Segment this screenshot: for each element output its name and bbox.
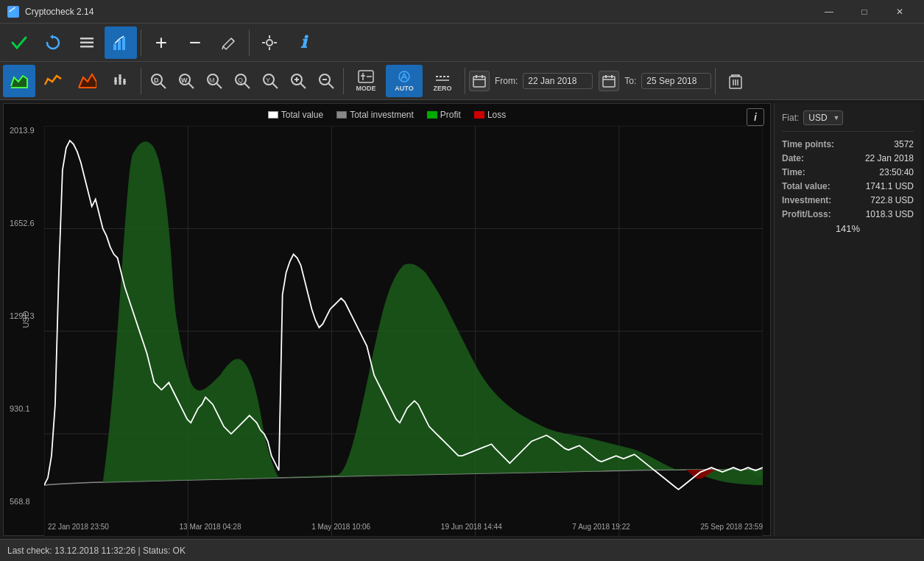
chart-area: Total value Total investment Profit Loss… [3, 103, 771, 536]
stat-time-points-value: 3572 [894, 139, 914, 149]
delete-btn[interactable] [719, 65, 752, 97]
window-controls: — □ ✕ [812, 0, 917, 24]
mode-btn[interactable]: MODE [348, 65, 384, 97]
stat-investment-value: 722.8 USD [870, 195, 914, 205]
loss-legend: Loss [474, 110, 506, 120]
line-chart-btn[interactable] [37, 65, 69, 97]
zoom-w-btn[interactable]: W [173, 65, 200, 97]
sep2 [249, 29, 250, 56]
sep1 [141, 29, 141, 56]
zoom-d-btn[interactable]: D [145, 65, 172, 97]
total-investment-legend: Total investment [336, 110, 414, 120]
sep5 [465, 68, 465, 94]
stat-investment-label: Investment: [782, 195, 831, 205]
stat-time-label: Time: [782, 167, 805, 177]
fiat-row: Fiat: USD EUR BTC ETH [782, 110, 914, 125]
zoom-m-btn[interactable]: M [201, 65, 228, 97]
stat-investment: Investment: 722.8 USD [782, 195, 914, 205]
tools-btn[interactable] [253, 27, 286, 59]
sep6 [715, 68, 716, 94]
total-investment-swatch [336, 111, 347, 119]
from-date-ctrl: From: [469, 71, 593, 91]
bar-chart-btn[interactable] [105, 65, 137, 97]
svg-point-12 [267, 40, 272, 46]
to-label: To: [624, 76, 636, 86]
from-label: From: [495, 76, 518, 86]
zoom-q-btn[interactable]: Q [229, 65, 255, 97]
svg-line-44 [328, 83, 334, 88]
zoom-out-btn[interactable] [313, 65, 339, 97]
svg-line-34 [244, 83, 250, 88]
svg-rect-4 [80, 38, 94, 40]
loss-swatch [474, 111, 484, 119]
list-btn[interactable] [71, 27, 103, 59]
area-chart-btn[interactable] [3, 65, 35, 97]
toolbar2: D W M Q Y MODE AUTO ZERO From: [0, 62, 924, 100]
svg-rect-0 [8, 13, 10, 17]
svg-text:Q: Q [238, 77, 243, 84]
svg-rect-1 [11, 10, 13, 17]
title-bar: Cryptocheck 2.14 — □ ✕ [0, 0, 924, 24]
stat-time-points-label: Time points: [782, 139, 834, 149]
x-label-1: 13 Mar 2018 04:28 [180, 523, 241, 531]
svg-text:Y: Y [266, 77, 270, 84]
remove-btn[interactable]: − [179, 27, 211, 59]
status-text: Last check: 13.12.2018 11:32:26 | Status… [7, 546, 186, 556]
total-value-label: Total value [281, 110, 323, 120]
svg-text:W: W [181, 77, 188, 84]
x-label-4: 7 Aug 2018 19:22 [572, 523, 629, 531]
y-label-5: 568.8 [10, 497, 35, 506]
svg-rect-54 [473, 77, 485, 87]
stat-profit-loss-label: Profit/Loss: [782, 209, 831, 219]
stat-total-value: Total value: 1741.1 USD [782, 181, 914, 191]
add-btn[interactable]: + [145, 27, 177, 59]
zoom-in-btn[interactable] [285, 65, 311, 97]
close-btn[interactable]: ✕ [883, 0, 917, 24]
to-date-input[interactable] [641, 73, 711, 89]
auto-btn[interactable]: AUTO [386, 65, 423, 97]
total-value-legend: Total value [268, 110, 323, 120]
svg-line-25 [161, 83, 166, 88]
y-label-4: 930.1 [10, 404, 35, 413]
svg-rect-6 [80, 46, 94, 48]
profit-swatch [427, 111, 437, 119]
svg-rect-8 [118, 40, 121, 50]
mountain-chart-btn[interactable] [71, 65, 103, 97]
svg-rect-7 [113, 44, 116, 50]
chart-svg [44, 126, 763, 537]
svg-text:M: M [209, 77, 215, 84]
x-label-0: 22 Jan 2018 23:50 [48, 523, 109, 531]
stat-date: Date: 22 Jan 2018 [782, 153, 914, 163]
total-investment-label: Total investment [350, 110, 414, 120]
to-date-ctrl: To: [599, 71, 711, 91]
svg-rect-5 [80, 41, 94, 43]
check-btn[interactable] [3, 27, 35, 59]
calendar-from-btn[interactable] [469, 71, 490, 91]
x-label-2: 1 May 2018 10:06 [311, 523, 370, 531]
y-axis-unit: USD [21, 311, 30, 328]
chart-btn[interactable] [105, 27, 137, 59]
main-content: Total value Total investment Profit Loss… [0, 100, 924, 539]
refresh-btn[interactable] [37, 27, 69, 59]
svg-rect-2 [14, 8, 16, 17]
fiat-label: Fiat: [782, 113, 799, 123]
info-top-btn[interactable]: ℹ [287, 27, 320, 59]
svg-line-11 [222, 46, 223, 49]
maximize-btn[interactable]: □ [847, 0, 881, 24]
app-icon [7, 6, 19, 18]
zoom-y-btn[interactable]: Y [257, 65, 283, 97]
edit-btn[interactable] [213, 27, 245, 59]
calendar-to-btn[interactable] [599, 71, 619, 91]
stat-total-value-value: 1741.1 USD [866, 181, 914, 191]
zero-btn[interactable]: ZERO [424, 65, 461, 97]
from-date-input[interactable] [523, 73, 593, 89]
x-label-5: 25 Sep 2018 23:59 [700, 523, 763, 531]
y-label-2: 1652.6 [10, 219, 35, 227]
stat-date-label: Date: [782, 153, 804, 163]
minimize-btn[interactable]: — [812, 0, 846, 24]
fiat-select[interactable]: USD EUR BTC ETH [803, 110, 843, 125]
profit-legend: Profit [427, 110, 461, 120]
fiat-select-wrapper[interactable]: USD EUR BTC ETH [803, 110, 843, 125]
svg-text:D: D [154, 77, 159, 84]
status-bar: Last check: 13.12.2018 11:32:26 | Status… [0, 539, 924, 561]
